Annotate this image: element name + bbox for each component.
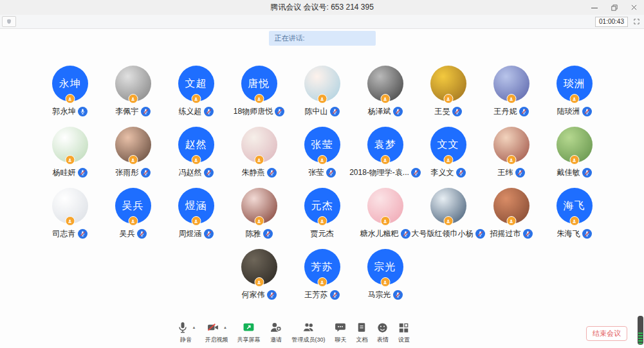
avatar: 赵然	[178, 127, 214, 163]
toolbar-item-label: 开启视频	[205, 336, 228, 344]
avatar-initials: 海飞	[564, 199, 585, 213]
participant-tile[interactable]: 招摇过市	[480, 188, 543, 239]
participant-tile[interactable]: 琰洲 陆琰洲	[543, 66, 606, 116]
invite-icon	[269, 321, 282, 334]
participant-name: 朱海飞	[557, 228, 580, 239]
host-badge-icon	[506, 94, 516, 104]
participant-tile[interactable]: 吴兵 吴兵	[102, 188, 165, 239]
avatar-initials: 文超	[185, 77, 207, 91]
toolbar-item[interactable]: ▲ 静音	[172, 320, 201, 344]
host-badge-icon	[65, 216, 75, 226]
avatar: 吴兵	[115, 188, 151, 224]
participant-name: 郭永坤	[53, 106, 76, 117]
participant-name: 王丹妮	[494, 106, 517, 117]
host-badge-icon	[569, 216, 579, 226]
participant-label: 张雨彤	[116, 167, 151, 178]
participant-tile[interactable]: 大号版红领巾小杨	[417, 188, 480, 239]
avatar-initials: 袁梦	[374, 138, 396, 152]
mic-muted-icon	[330, 290, 340, 300]
participant-tile[interactable]: 王丹妮	[480, 66, 543, 116]
participant-tile[interactable]: 文超 练义超	[165, 66, 228, 116]
fullscreen-icon[interactable]	[630, 17, 642, 27]
participant-tile[interactable]: 唐悦 18物师唐悦	[228, 66, 291, 116]
end-meeting-button[interactable]: 结束会议	[586, 326, 627, 341]
toolbar-item[interactable]: ▲ 共享屏幕	[232, 320, 264, 344]
toolbar-item[interactable]: ▲ 文档	[351, 320, 372, 344]
toolbar-item[interactable]: ▲ 管理成员(30)	[287, 320, 329, 344]
audio-level-fill	[638, 333, 643, 344]
participant-tile[interactable]: 张莹 张莹	[291, 127, 354, 178]
avatar: 文超	[178, 66, 214, 102]
participant-name: 王旻	[435, 106, 450, 117]
caret-up-icon[interactable]: ▲	[223, 325, 227, 329]
participant-tile[interactable]: 杨泽斌	[354, 66, 417, 116]
meeting-security-button[interactable]	[2, 16, 16, 27]
participant-tile[interactable]: 煜涵 周煜涵	[165, 188, 228, 239]
toolbar-item[interactable]: ▲ 设置	[393, 320, 414, 344]
mic-muted-icon	[519, 107, 529, 116]
avatar	[430, 66, 466, 102]
avatar	[52, 188, 88, 224]
participant-label: 戴佳敏	[557, 167, 592, 178]
toolbar-item-label: 聊天	[335, 336, 346, 344]
participant-name: 陈中山	[305, 106, 328, 117]
host-badge-icon	[443, 155, 453, 165]
host-badge-icon	[65, 94, 75, 104]
participant-tile[interactable]: 海飞 朱海飞	[543, 188, 606, 239]
participant-tile[interactable]: 王旻	[417, 66, 480, 116]
microphone-icon	[176, 321, 189, 334]
avatar: 芳苏	[304, 249, 340, 285]
participant-tile[interactable]: 陈中山	[291, 66, 354, 116]
participant-tile[interactable]: 司志青	[39, 188, 102, 239]
participant-name: 大号版红领巾小杨	[412, 228, 474, 239]
avatar	[115, 66, 151, 102]
host-badge-icon	[191, 216, 201, 226]
minimize-icon[interactable]	[584, 0, 604, 15]
participant-label: 18物师唐悦	[234, 106, 284, 116]
mic-muted-icon	[515, 168, 525, 178]
avatar	[241, 249, 277, 285]
host-badge-icon	[443, 216, 453, 226]
host-badge-icon	[254, 155, 264, 165]
participant-tile[interactable]: 袁梦 2018-物理学-袁...	[354, 127, 417, 178]
host-badge-icon	[317, 94, 327, 104]
participant-tile[interactable]: 杨眭妍	[39, 127, 102, 178]
participant-label: 陆琰洲	[557, 106, 592, 116]
participant-tile[interactable]: 糖水儿糍粑	[354, 188, 417, 239]
host-badge-icon	[380, 155, 390, 165]
host-badge-icon	[317, 277, 327, 287]
toolbar-item[interactable]: ▲ 聊天	[329, 320, 351, 344]
docs-icon	[356, 321, 367, 334]
mic-muted-icon	[330, 107, 340, 116]
participant-tile[interactable]: 朱静燕	[228, 127, 291, 178]
toolbar-item[interactable]: ▲ 开启视频	[200, 320, 232, 344]
mic-muted-icon	[141, 107, 151, 116]
close-icon[interactable]	[624, 0, 644, 15]
participant-label: 练义超	[179, 106, 214, 116]
avatar	[304, 66, 340, 102]
participant-tile[interactable]: 李佩宇	[102, 66, 165, 116]
host-badge-icon	[254, 216, 264, 226]
mic-muted-icon	[204, 107, 214, 116]
avatar: 袁梦	[367, 127, 403, 163]
caret-up-icon[interactable]: ▲	[192, 325, 196, 329]
participant-tile[interactable]: 赵然 冯赵然	[165, 127, 228, 178]
participant-tile[interactable]: 张雨彤	[102, 127, 165, 178]
participant-tile[interactable]: 元杰 贾元杰	[291, 188, 354, 239]
toolbar-item[interactable]: ▲ 邀请	[264, 320, 287, 344]
participant-tile[interactable]: 陈雅	[228, 188, 291, 239]
participant-tile[interactable]: 王纬	[480, 127, 543, 178]
participant-label: 马宗光	[368, 289, 403, 300]
participant-tile[interactable]: 永坤 郭永坤	[39, 66, 102, 116]
toolbar-item[interactable]: ▲ 表情	[372, 320, 393, 344]
restore-window-icon[interactable]	[604, 0, 624, 15]
participant-tile[interactable]: 戴佳敏	[543, 127, 606, 178]
participant-tile[interactable]: 何家伟	[228, 249, 291, 300]
host-badge-icon	[443, 94, 453, 104]
participant-tile[interactable]: 文文 李义文	[417, 127, 480, 178]
meeting-timer: 01:00:43	[595, 17, 628, 27]
participant-label: 2018-物理学-袁...	[349, 167, 421, 178]
audio-level-meter	[638, 316, 643, 345]
participant-tile[interactable]: 宗光 马宗光	[354, 249, 417, 300]
participant-tile[interactable]: 芳苏 王芳苏	[291, 249, 354, 300]
